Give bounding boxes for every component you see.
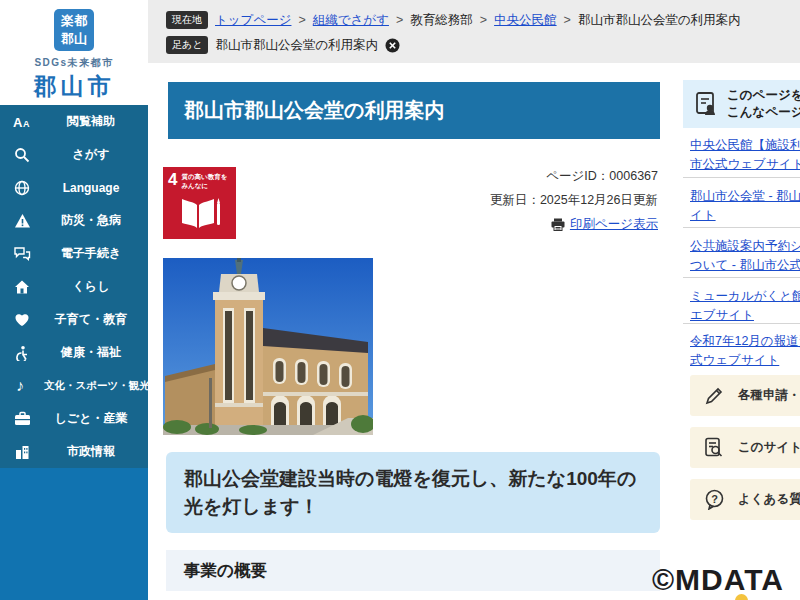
page-title: 郡山市郡山公会堂の利用案内 bbox=[168, 82, 660, 139]
related-pages-header: このページを見て こんなページも見 bbox=[683, 80, 800, 128]
printer-icon bbox=[551, 218, 565, 231]
breadcrumb: 現在地 トップページ > 組織でさがす > 教育総務部 > 中央公民館 > 郡山… bbox=[166, 11, 741, 29]
page-viewer-icon bbox=[693, 91, 719, 117]
quick-link-label: このサイト bbox=[738, 439, 800, 456]
text-size-icon: AA bbox=[0, 114, 44, 130]
sidebar-item-label: Language bbox=[44, 181, 148, 195]
warning-icon bbox=[0, 213, 44, 229]
related-link-public-hall[interactable]: 郡山市公会堂 - 郡山市 イト bbox=[690, 187, 800, 225]
sdg-caption: 質の高い教育を みんなに bbox=[181, 173, 227, 191]
breadcrumb-separator: > bbox=[396, 13, 403, 27]
related-link-chuo-kominkan[interactable]: 中央公民館【施設利用 市公式ウェブサイト bbox=[690, 136, 800, 174]
related-link-line: 市公式ウェブサイト bbox=[690, 157, 800, 171]
briefcase-icon bbox=[0, 411, 44, 426]
print-page-link[interactable]: 印刷ページ表示 bbox=[570, 216, 658, 233]
related-link-line: エブサイト bbox=[690, 308, 754, 322]
current-location-badge: 現在地 bbox=[166, 11, 208, 29]
related-link-line: ミューカルがくと館 - bbox=[690, 289, 800, 303]
page-id: ページID：0006367 bbox=[380, 168, 658, 185]
breadcrumb-separator: > bbox=[480, 13, 487, 27]
logo-subtitle: SDGs未来都市 bbox=[34, 56, 113, 70]
sidebar-item-label: 健康・福祉 bbox=[44, 344, 148, 361]
svg-text:?: ? bbox=[711, 493, 718, 505]
related-link-line: 式ウェブサイト bbox=[690, 353, 779, 367]
search-icon bbox=[0, 147, 44, 163]
breadcrumb-text-dept: 教育総務部 bbox=[410, 12, 473, 29]
breadcrumb-separator: > bbox=[564, 13, 571, 27]
related-link-line: ついて - 郡山市公式ウ bbox=[690, 258, 800, 272]
quick-link-applications[interactable]: 各種申請・ bbox=[690, 375, 800, 416]
logo-mark-line2: 郡山 bbox=[54, 30, 94, 48]
svg-text:♪: ♪ bbox=[16, 377, 24, 394]
page-meta: ページID：0006367 更新日：2025年12月26日更新 印刷ページ表示 bbox=[380, 168, 658, 233]
close-icon[interactable] bbox=[385, 38, 400, 53]
section-heading-business-overview: 事業の概要 bbox=[166, 550, 660, 591]
sdg-goal4-badge: 4 質の高い教育を みんなに bbox=[163, 167, 236, 239]
breadcrumb-separator: > bbox=[298, 13, 305, 27]
sidebar-item-culture-sports[interactable]: ♪ 文化・スポーツ・観光 bbox=[0, 369, 148, 402]
sidebar-item-city-info[interactable]: 市政情報 bbox=[0, 435, 148, 468]
quick-link-label: 各種申請・ bbox=[738, 387, 800, 404]
home-icon bbox=[0, 279, 44, 295]
music-note-icon: ♪ bbox=[0, 377, 44, 394]
doc-search-icon bbox=[690, 437, 738, 459]
sidebar-item-accessibility-aid[interactable]: AA 閲覧補助 bbox=[0, 105, 148, 138]
breadcrumb-bar: 現在地 トップページ > 組織でさがす > 教育総務部 > 中央公民館 > 郡山… bbox=[148, 0, 800, 63]
breadcrumb-link-org[interactable]: 組織でさがす bbox=[313, 12, 389, 29]
breadcrumb-text-current: 郡山市郡山公会堂の利用案内 bbox=[578, 12, 741, 29]
chat-icon bbox=[0, 246, 44, 262]
open-book-icon bbox=[178, 195, 222, 231]
sidebar-menu: AA 閲覧補助 さがす Language 防災・急病 電子手続 bbox=[0, 105, 148, 468]
sidebar-item-label: しごと・産業 bbox=[44, 410, 148, 427]
divider bbox=[683, 177, 800, 178]
sidebar-item-search[interactable]: さがす bbox=[0, 138, 148, 171]
quick-link-faq[interactable]: ? よくある質 bbox=[690, 479, 800, 520]
sidebar-item-disaster[interactable]: 防災・急病 bbox=[0, 204, 148, 237]
public-hall-photo bbox=[163, 258, 373, 435]
sidebar-item-label: 電子手続き bbox=[44, 245, 148, 262]
footprint-row: 足あと 郡山市郡山公会堂の利用案内 bbox=[166, 36, 400, 54]
breadcrumb-link-hall[interactable]: 中央公民館 bbox=[494, 12, 557, 29]
left-sidebar: 楽都 郡山 SDGs未来都市 郡山市 AA 閲覧補助 さがす Language bbox=[0, 0, 148, 600]
related-link-line: 中央公民館【施設利用 bbox=[690, 138, 800, 152]
related-link-line: イト bbox=[690, 208, 716, 222]
question-icon: ? bbox=[690, 489, 738, 510]
footprint-badge: 足あと bbox=[166, 36, 208, 54]
footprint-label: 郡山市郡山公会堂の利用案内 bbox=[215, 37, 378, 54]
related-link-musical-gakuto[interactable]: ミューカルがくと館 - エブサイト bbox=[690, 287, 800, 325]
sidebar-item-childcare[interactable]: 子育て・教育 bbox=[0, 303, 148, 336]
sidebar-item-eprocedures[interactable]: 電子手続き bbox=[0, 237, 148, 270]
globe-icon bbox=[0, 180, 44, 196]
svg-text:A: A bbox=[23, 119, 30, 129]
related-link-line: 郡山市公会堂 - 郡山市 bbox=[690, 189, 800, 203]
related-link-line: 令和7年12月の報道資 bbox=[690, 334, 800, 348]
sidebar-item-label: 子育て・教育 bbox=[44, 311, 148, 328]
heart-icon bbox=[0, 312, 44, 327]
divider bbox=[683, 277, 800, 278]
sidebar-item-label: 閲覧補助 bbox=[44, 113, 148, 130]
sdg-caption-line2: みんなに bbox=[181, 182, 208, 189]
sidebar-item-language[interactable]: Language bbox=[0, 171, 148, 204]
breadcrumb-link-top[interactable]: トップページ bbox=[215, 12, 291, 29]
mdata-watermark: ©MDATA bbox=[652, 563, 784, 597]
sidebar-item-work-industry[interactable]: しごと・産業 bbox=[0, 402, 148, 435]
svg-text:A: A bbox=[13, 115, 23, 130]
sidebar-item-health-welfare[interactable]: 健康・福祉 bbox=[0, 336, 148, 369]
sidebar-item-label: さがす bbox=[44, 146, 148, 163]
logo-city-name: 郡山市 bbox=[34, 71, 115, 102]
city-logo[interactable]: 楽都 郡山 SDGs未来都市 郡山市 bbox=[0, 0, 148, 105]
highlight-box: 郡山公会堂建設当時の電燈を復元し、新たな100年の光を灯します！ bbox=[166, 452, 660, 533]
pencil-icon bbox=[690, 386, 738, 406]
related-header-line2: こんなページも見 bbox=[727, 105, 800, 119]
quick-link-about-site[interactable]: このサイト bbox=[690, 427, 800, 468]
related-pages-title: このページを見て こんなページも見 bbox=[727, 87, 800, 122]
sidebar-item-living[interactable]: くらし bbox=[0, 270, 148, 303]
quick-link-label: よくある質 bbox=[738, 491, 800, 508]
divider bbox=[683, 323, 800, 324]
related-link-press-release[interactable]: 令和7年12月の報道資 式ウェブサイト bbox=[690, 332, 800, 370]
related-link-facility-reservation[interactable]: 公共施設案内予約シス ついて - 郡山市公式ウ bbox=[690, 237, 800, 275]
sdg-number: 4 bbox=[168, 171, 177, 188]
related-link-line: 公共施設案内予約シス bbox=[690, 239, 800, 253]
city-logo-mark: 楽都 郡山 bbox=[54, 9, 94, 51]
sidebar-item-label: 文化・スポーツ・観光 bbox=[44, 379, 160, 393]
